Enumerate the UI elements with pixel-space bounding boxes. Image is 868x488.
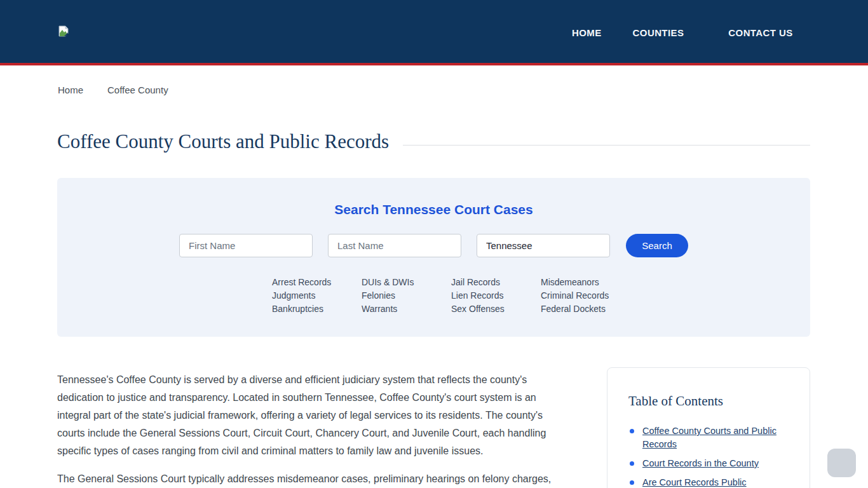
- main-content: Tennessee's Coffee County is served by a…: [57, 367, 810, 488]
- page: HOME COUNTIES CONTACT US Home Coffee Cou…: [0, 0, 868, 488]
- page-title: Coffee County Courts and Public Records: [57, 130, 389, 153]
- search-panel: Search Tennessee Court Cases Search Arre…: [57, 178, 810, 337]
- nav-item-counties[interactable]: COUNTIES: [633, 27, 684, 38]
- category-column: Misdemeanors Criminal Records Federal Do…: [541, 276, 630, 316]
- state-input[interactable]: [477, 234, 610, 257]
- toc-item: Court Records in the County: [628, 457, 789, 470]
- toc-link-are-records-public[interactable]: Are Court Records Public: [642, 477, 747, 487]
- category-judgments: Judgments: [272, 289, 362, 302]
- category-warrants: Warrants: [362, 302, 451, 316]
- category-lien-records: Lien Records: [451, 289, 541, 302]
- category-jail-records: Jail Records: [451, 276, 541, 289]
- article-paragraph-2: The General Sessions Court typically add…: [57, 470, 562, 488]
- table-of-contents-card: Table of Contents Coffee County Courts a…: [607, 367, 810, 488]
- nav-item-home[interactable]: HOME: [572, 27, 602, 38]
- toc-link-court-records-county[interactable]: Court Records in the County: [642, 458, 759, 468]
- article-body: Tennessee's Coffee County is served by a…: [57, 367, 562, 488]
- title-divider: [403, 145, 810, 146]
- title-row: Coffee County Courts and Public Records: [57, 130, 810, 153]
- site-logo-broken-image-icon[interactable]: [58, 25, 69, 37]
- site-header: HOME COUNTIES CONTACT US: [0, 0, 868, 65]
- scroll-to-top-button[interactable]: [827, 449, 856, 477]
- nav-item-contact-us[interactable]: CONTACT US: [728, 27, 792, 38]
- category-column: Arrest Records Judgments Bankruptcies: [272, 276, 362, 316]
- toc-link-courts-public-records[interactable]: Coffee County Courts and Public Records: [642, 426, 776, 449]
- category-federal-dockets: Federal Dockets: [541, 302, 630, 316]
- category-duis-dwis: DUIs & DWIs: [362, 276, 451, 289]
- first-name-input[interactable]: [179, 234, 313, 257]
- search-heading: Search Tennessee Court Cases: [57, 202, 810, 217]
- category-column: DUIs & DWIs Felonies Warrants: [362, 276, 451, 316]
- search-button[interactable]: Search: [626, 234, 688, 257]
- category-bankruptcies: Bankruptcies: [272, 302, 362, 316]
- toc-item: Are Court Records Public: [628, 476, 789, 488]
- main-nav: HOME COUNTIES CONTACT US: [572, 0, 793, 65]
- article-paragraph-1: Tennessee's Coffee County is served by a…: [57, 371, 562, 460]
- breadcrumb-coffee-county[interactable]: Coffee County: [107, 85, 168, 95]
- category-criminal-records: Criminal Records: [541, 289, 630, 302]
- breadcrumb: Home Coffee County: [58, 85, 168, 95]
- category-misdemeanors: Misdemeanors: [541, 276, 630, 289]
- category-felonies: Felonies: [362, 289, 451, 302]
- category-column: Jail Records Lien Records Sex Offenses: [451, 276, 541, 316]
- toc-list: Coffee County Courts and Public Records …: [628, 424, 789, 488]
- record-categories: Arrest Records Judgments Bankruptcies DU…: [272, 276, 810, 316]
- toc-title: Table of Contents: [628, 393, 789, 409]
- search-form: Search: [57, 234, 810, 257]
- toc-item: Coffee County Courts and Public Records: [628, 424, 789, 451]
- last-name-input[interactable]: [328, 234, 461, 257]
- category-sex-offenses: Sex Offenses: [451, 302, 541, 316]
- breadcrumb-home[interactable]: Home: [58, 85, 83, 95]
- category-arrest-records: Arrest Records: [272, 276, 362, 289]
